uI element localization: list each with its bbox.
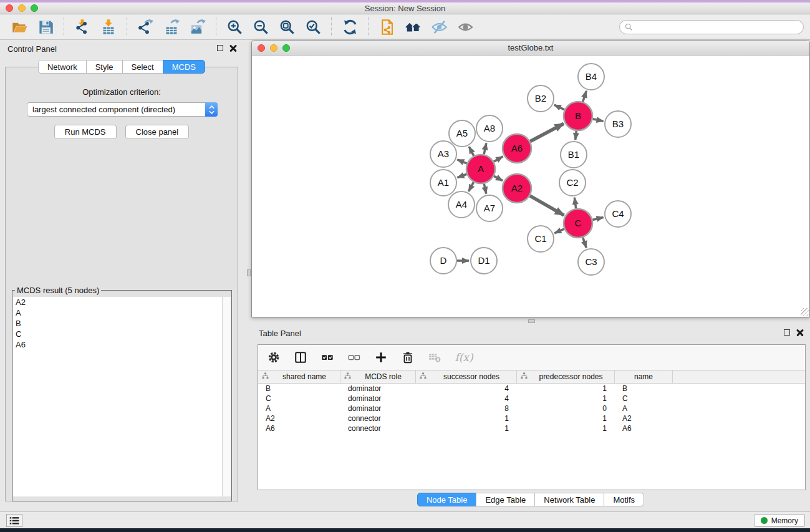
save-button[interactable] bbox=[35, 17, 56, 37]
graph-edge-A-A8[interactable] bbox=[484, 143, 486, 155]
zoom-selected-button[interactable] bbox=[302, 17, 324, 37]
graph-edge-A-A3[interactable] bbox=[457, 160, 466, 163]
mcds-result-list[interactable]: A2ABCA6 bbox=[13, 297, 231, 496]
table-row[interactable]: Bdominator41B bbox=[258, 384, 805, 394]
graph-edge-A6-B[interactable] bbox=[530, 123, 564, 142]
graph-node-B1[interactable]: B1 bbox=[561, 142, 587, 168]
graph-edge-C-C3[interactable] bbox=[583, 238, 587, 248]
graph-node-B3[interactable]: B3 bbox=[605, 111, 631, 137]
gear-button[interactable] bbox=[266, 349, 282, 365]
export-network-button[interactable] bbox=[135, 17, 156, 37]
graph-edge-A-A2[interactable] bbox=[494, 176, 503, 180]
graph-edge-C-C2[interactable] bbox=[574, 198, 576, 208]
float-panel-icon[interactable] bbox=[217, 45, 223, 51]
tab-style[interactable]: Style bbox=[86, 60, 123, 74]
add-button[interactable] bbox=[373, 349, 389, 365]
deselect-all-button[interactable] bbox=[346, 349, 362, 365]
column-header-successor-nodes[interactable]: successor nodes bbox=[416, 370, 517, 383]
graph-edge-A-A4[interactable] bbox=[469, 182, 474, 191]
tab-node-table[interactable]: Node Table bbox=[417, 493, 477, 506]
tab-select[interactable]: Select bbox=[122, 60, 163, 74]
graph-edge-A-A1[interactable] bbox=[458, 174, 467, 177]
zoom-fit-button[interactable] bbox=[276, 17, 297, 37]
table-row[interactable]: Adominator80A bbox=[258, 404, 805, 414]
result-list-item[interactable]: A bbox=[13, 307, 231, 318]
graph-edge-B-B3[interactable] bbox=[593, 119, 604, 121]
export-image-button[interactable] bbox=[187, 17, 208, 37]
graph-node-A6[interactable]: A6 bbox=[503, 134, 531, 163]
search-input[interactable] bbox=[619, 20, 804, 34]
graph-node-A1[interactable]: A1 bbox=[430, 170, 456, 196]
columns-button[interactable] bbox=[292, 349, 309, 365]
import-table-button[interactable] bbox=[98, 17, 119, 37]
criterion-select[interactable]: largest connected component (directed) bbox=[27, 102, 218, 117]
network-graph[interactable]: B4 B2 B B3 A5 A8 A6 A3 B1 A A1 C2 A2 A4 … bbox=[252, 56, 809, 317]
graph-node-B[interactable]: B bbox=[564, 102, 592, 130]
import-network-button[interactable] bbox=[72, 17, 93, 37]
horizontal-split-handle[interactable] bbox=[528, 319, 535, 323]
result-list-item[interactable]: A2 bbox=[13, 297, 231, 307]
result-scrollbar[interactable] bbox=[222, 297, 231, 496]
close-panel-button[interactable]: Close panel bbox=[125, 125, 190, 139]
folder-open-button[interactable] bbox=[9, 17, 30, 37]
graph-edge-A2-C[interactable] bbox=[530, 196, 564, 215]
document-network-button[interactable] bbox=[376, 17, 397, 37]
zoom-in-button[interactable] bbox=[224, 17, 245, 37]
eye-slash-button[interactable] bbox=[428, 17, 450, 37]
select-all-button[interactable] bbox=[319, 349, 335, 365]
graph-node-C3[interactable]: C3 bbox=[578, 249, 604, 275]
graph-edge-C-C4[interactable] bbox=[592, 218, 603, 220]
zoom-out-button[interactable] bbox=[250, 17, 271, 37]
table-row[interactable]: Cdominator41C bbox=[258, 394, 805, 404]
graph-node-A5[interactable]: A5 bbox=[449, 120, 475, 147]
export-table-button[interactable] bbox=[161, 17, 182, 37]
graph-node-A7[interactable]: A7 bbox=[476, 195, 503, 221]
table-row[interactable]: A2connector11A2 bbox=[258, 414, 805, 423]
vertical-split-handle[interactable] bbox=[247, 269, 251, 276]
table-float-panel-icon[interactable] bbox=[784, 329, 790, 336]
graph-edge-B-B1[interactable] bbox=[576, 131, 577, 140]
result-list-item[interactable]: A6 bbox=[13, 339, 231, 350]
graph-node-C2[interactable]: C2 bbox=[559, 170, 586, 196]
graph-node-A3[interactable]: A3 bbox=[430, 141, 456, 167]
tab-network[interactable]: Network bbox=[38, 60, 87, 74]
tab-motifs[interactable]: Motifs bbox=[604, 493, 644, 506]
graph-node-B4[interactable]: B4 bbox=[578, 64, 604, 90]
resize-grip-icon[interactable] bbox=[801, 308, 809, 316]
graph-node-C[interactable]: C bbox=[564, 209, 592, 238]
column-header-MCDS-role[interactable]: MCDS role bbox=[340, 370, 416, 383]
memory-button[interactable]: Memory bbox=[754, 514, 805, 527]
graph-edge-A-A6[interactable] bbox=[494, 157, 503, 162]
graph-node-C4[interactable]: C4 bbox=[605, 201, 631, 227]
graph-node-C1[interactable]: C1 bbox=[528, 226, 554, 252]
result-list-item[interactable]: C bbox=[13, 329, 231, 339]
graph-node-A4[interactable]: A4 bbox=[448, 191, 475, 218]
eye-button[interactable] bbox=[455, 17, 476, 37]
column-header-name[interactable]: name bbox=[615, 370, 673, 383]
task-history-button[interactable] bbox=[6, 514, 22, 527]
delete-button[interactable] bbox=[400, 349, 416, 365]
refresh-button[interactable] bbox=[339, 17, 360, 37]
graph-node-D[interactable]: D bbox=[430, 248, 456, 274]
close-panel-icon[interactable] bbox=[229, 44, 237, 52]
graph-node-D1[interactable]: D1 bbox=[471, 248, 497, 274]
network-canvas[interactable]: B4 B2 B B3 A5 A8 A6 A3 B1 A A1 C2 A2 A4 … bbox=[252, 56, 809, 317]
graph-edge-A-A5[interactable] bbox=[469, 147, 474, 156]
houses-button[interactable] bbox=[402, 17, 423, 37]
graph-node-A[interactable]: A bbox=[466, 155, 495, 183]
result-list-item[interactable]: B bbox=[13, 318, 231, 329]
table-row[interactable]: A6connector11A6 bbox=[258, 423, 805, 433]
graph-node-B2[interactable]: B2 bbox=[528, 85, 554, 112]
column-header-predecessor-nodes[interactable]: predecessor nodes bbox=[517, 370, 615, 383]
network-window-titlebar[interactable]: testGlobe.txt bbox=[252, 41, 809, 56]
graph-node-A8[interactable]: A8 bbox=[476, 115, 503, 142]
graph-edge-B-B2[interactable] bbox=[554, 105, 565, 110]
graph-node-A2[interactable]: A2 bbox=[503, 174, 531, 203]
column-header-shared-name[interactable]: shared name bbox=[258, 370, 340, 383]
tab-edge-table[interactable]: Edge Table bbox=[476, 493, 535, 506]
run-mcds-button[interactable]: Run MCDS bbox=[54, 125, 117, 139]
graph-edge-C-C1[interactable] bbox=[554, 229, 564, 233]
graph-edge-B-B4[interactable] bbox=[583, 91, 587, 102]
graph-edge-A-A7[interactable] bbox=[484, 183, 486, 193]
tab-mcds[interactable]: MCDS bbox=[163, 60, 205, 74]
